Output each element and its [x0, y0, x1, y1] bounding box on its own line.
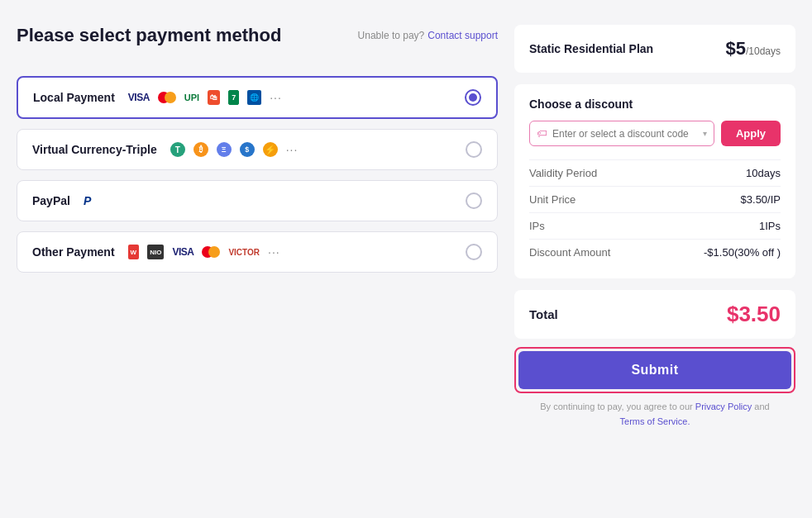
discount-code-input[interactable]	[552, 128, 703, 140]
payment-option-crypto[interactable]: Virtual Currency-Triple T ₿ Ξ $ ⚡ ···	[17, 129, 498, 170]
ethereum-icon: Ξ	[217, 142, 232, 157]
submit-button[interactable]: Submit	[518, 351, 791, 389]
victor-icon: VICTOR	[228, 248, 260, 257]
bitcoin-icon: ₿	[193, 142, 208, 157]
payment-option-local[interactable]: Local Payment VISA UPI 🛍 7 🌐 ···	[17, 76, 498, 119]
unit-price-row: Unit Price $3.50/IP	[529, 186, 781, 212]
nfc-icon: NIO	[147, 245, 164, 259]
submit-wrapper: Submit	[514, 347, 795, 393]
total-amount: $3.50	[727, 302, 781, 327]
total-label: Total	[529, 307, 558, 321]
privacy-policy-link[interactable]: Privacy Policy	[695, 402, 752, 411]
globe-icon: 🌐	[247, 90, 261, 105]
terms-text: By continuing to pay, you agree to our P…	[514, 400, 795, 429]
terms-middle: and	[752, 402, 769, 411]
ips-row: IPs 1IPs	[529, 212, 781, 239]
visa-icon-2: VISA	[172, 246, 193, 258]
paypal-label: PayPal	[32, 194, 70, 207]
plan-price-amount: $5	[725, 38, 745, 59]
apply-button[interactable]: Apply	[721, 121, 781, 146]
upi-icon: UPI	[184, 93, 199, 102]
lightning-icon: ⚡	[263, 142, 278, 157]
payment-option-other[interactable]: Other Payment W NIO VISA VICTOR ···	[17, 231, 498, 273]
crypto-payment-label: Virtual Currency-Triple	[32, 143, 157, 156]
more-crypto-icons: ···	[286, 143, 299, 156]
validity-value: 10days	[746, 167, 781, 179]
visa-icon: VISA	[128, 92, 150, 103]
contact-support-link[interactable]: Contact support	[427, 30, 498, 41]
mastercard-icon-2	[202, 246, 220, 258]
discount-input-wrapper: 🏷 ▾	[529, 121, 714, 146]
paypal-icon: P	[84, 194, 91, 207]
plan-name: Static Residential Plan	[529, 42, 653, 55]
other-payment-label: Other Payment	[32, 245, 115, 259]
seven-eleven-icon: 7	[228, 90, 239, 105]
local-payment-radio[interactable]	[465, 89, 481, 106]
discount-amount-row: Discount Amount -$1.50(30% off )	[529, 239, 781, 265]
discount-dropdown-arrow[interactable]: ▾	[703, 129, 707, 138]
total-row: Total $3.50	[514, 290, 795, 339]
crypto-payment-radio[interactable]	[466, 141, 482, 158]
wallet-icon: W	[128, 245, 140, 259]
validity-label: Validity Period	[529, 167, 597, 179]
page-title: Please select payment method	[17, 25, 281, 46]
validity-period-row: Validity Period 10days	[529, 159, 781, 186]
discount-amount-label: Discount Amount	[529, 246, 610, 259]
discount-amount-value: -$1.50(30% off )	[704, 246, 781, 259]
payment-option-paypal[interactable]: PayPal P	[17, 180, 498, 221]
unit-price-value: $3.50/IP	[741, 193, 781, 206]
discount-title: Choose a discount	[529, 97, 781, 111]
ips-value: 1IPs	[759, 220, 781, 232]
unit-price-label: Unit Price	[529, 193, 576, 206]
plan-price: $5/10days	[725, 38, 781, 59]
plan-price-period: /10days	[746, 45, 781, 57]
mastercard-icon	[158, 92, 176, 103]
local-payment-label: Local Payment	[33, 91, 115, 104]
ips-label: IPs	[529, 220, 545, 232]
more-icons: ···	[270, 91, 282, 104]
terms-of-service-link[interactable]: Terms of Service.	[620, 416, 690, 426]
terms-prefix: By continuing to pay, you agree to our	[540, 402, 695, 411]
usdcoin-icon: $	[240, 142, 255, 157]
other-payment-radio[interactable]	[466, 244, 482, 260]
shopee-icon: 🛍	[208, 90, 220, 105]
unable-to-pay-text: Unable to pay?	[358, 30, 425, 41]
discount-card: Choose a discount 🏷 ▾ Apply Validity Per…	[514, 84, 795, 278]
more-other-icons: ···	[268, 245, 280, 259]
plan-card: Static Residential Plan $5/10days	[514, 25, 795, 73]
tag-icon: 🏷	[537, 127, 547, 140]
tether-icon: T	[170, 142, 185, 157]
paypal-radio[interactable]	[466, 192, 482, 209]
